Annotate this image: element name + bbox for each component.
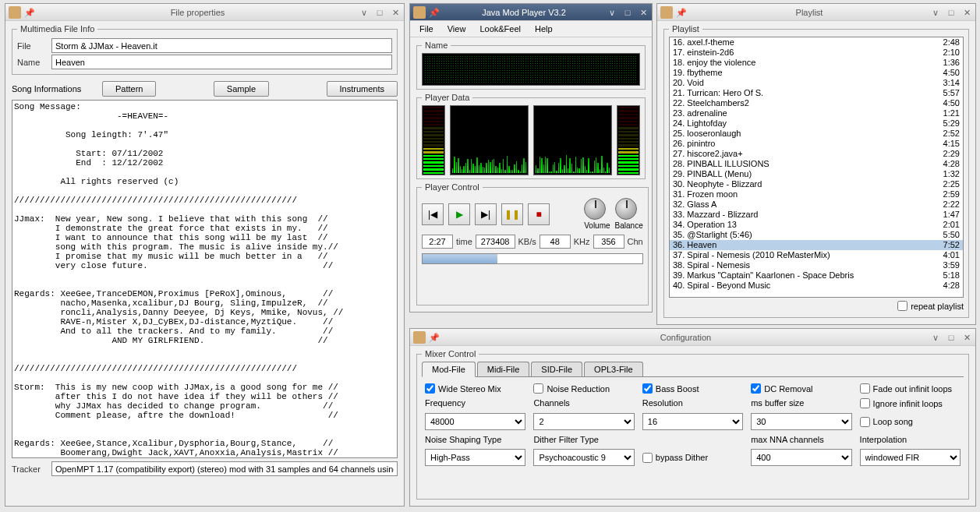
list-item[interactable]: 17. einstein-2d62:10 <box>670 48 963 58</box>
res-select[interactable]: 16 <box>642 413 743 430</box>
maximize-button[interactable]: □ <box>622 7 633 18</box>
name-field[interactable] <box>51 55 392 69</box>
name-fieldset: Name <box>416 41 646 90</box>
menu-file[interactable]: File <box>413 23 440 35</box>
widestereo-checkbox[interactable] <box>425 383 435 394</box>
list-item[interactable]: 31. Frozen moon2:59 <box>670 189 963 200</box>
tab-opl3[interactable]: OPL3-File <box>584 362 643 376</box>
play-button[interactable]: ▶ <box>448 203 470 225</box>
list-item[interactable]: 34. Operation 132:01 <box>670 220 963 230</box>
list-item[interactable]: 20. Void3:14 <box>670 78 963 88</box>
menu-help[interactable]: Help <box>529 23 559 35</box>
bypass-checkbox[interactable] <box>642 453 653 463</box>
list-item[interactable]: 26. pinintro4:15 <box>670 139 963 149</box>
noise-label: Noise Reduction <box>547 384 610 394</box>
nna-select[interactable]: 400 <box>751 449 851 466</box>
list-item[interactable]: 35. @Starlight (5:46)5:50 <box>670 230 963 240</box>
tracker-field[interactable] <box>51 461 398 476</box>
minimize-button[interactable]: ∨ <box>930 7 941 18</box>
file-label: File <box>17 41 47 51</box>
list-item[interactable]: 22. Steelchambers24:50 <box>670 98 963 108</box>
pin-icon[interactable]: 📌 <box>676 8 685 17</box>
list-item[interactable]: 27. hiscore2.java+2:29 <box>670 149 963 159</box>
song-message-text[interactable]: Song Message: -=HEAVEN=- Song leingth: 7… <box>12 100 398 458</box>
ignore-checkbox[interactable] <box>860 398 870 408</box>
prev-button[interactable]: |◀ <box>422 203 444 225</box>
list-item[interactable]: 25. looseronlaugh2:52 <box>670 129 963 139</box>
list-item[interactable]: 21. Turrican: Hero Of S.5:57 <box>670 88 963 98</box>
item-name: 27. hiscore2.java+ <box>673 149 937 159</box>
item-name: 21. Turrican: Hero Of S. <box>673 88 937 98</box>
mixer-fieldset: Mixer Control Mod-File Midi-File SID-Fil… <box>416 349 969 500</box>
balance-knob[interactable] <box>615 198 637 220</box>
next-button[interactable]: ▶| <box>475 203 497 225</box>
close-button[interactable]: ✕ <box>961 332 972 343</box>
list-item[interactable]: 39. Markus "Captain" Kaarlonen - Space D… <box>670 270 963 281</box>
multimedia-legend: Multimedia File Info <box>17 24 97 34</box>
menu-view[interactable]: View <box>441 23 472 35</box>
list-item[interactable]: 28. PINBALL ILLUSIONS4:28 <box>670 159 963 169</box>
close-button[interactable]: ✕ <box>638 7 649 18</box>
titlebar[interactable]: 📌 Java Mod Player V3.2 ∨ □ ✕ <box>410 4 652 21</box>
menu-lookfeel[interactable]: Look&Feel <box>473 23 527 35</box>
maximize-button[interactable]: □ <box>946 332 957 343</box>
pin-icon[interactable]: 📌 <box>429 8 438 17</box>
pause-button[interactable]: ❚❚ <box>501 203 523 225</box>
pin-icon[interactable]: 📌 <box>24 8 34 17</box>
volume-knob[interactable] <box>584 198 606 220</box>
tab-mod[interactable]: Mod-File <box>422 362 476 377</box>
progress-bar[interactable] <box>422 253 643 264</box>
list-item[interactable]: 32. Glass A2:22 <box>670 200 963 210</box>
window-title: Configuration <box>441 333 930 342</box>
noise-checkbox[interactable] <box>533 383 543 394</box>
close-button[interactable]: ✕ <box>961 7 972 18</box>
list-item[interactable]: 16. axel.f-theme2:48 <box>670 37 963 48</box>
freq-select[interactable]: 48000 <box>425 413 525 430</box>
app-icon <box>660 6 673 19</box>
list-item[interactable]: 29. PINBALL (Menu)1:32 <box>670 169 963 179</box>
titlebar[interactable]: 📌 Configuration ∨ □ ✕ <box>410 329 975 346</box>
list-item[interactable]: 18. enjoy the violence1:36 <box>670 58 963 68</box>
tab-midi[interactable]: Midi-File <box>477 362 530 376</box>
list-item[interactable]: 40. Spiral - Beyond Music4:28 <box>670 281 963 291</box>
maximize-button[interactable]: □ <box>374 7 385 18</box>
dc-checkbox[interactable] <box>751 383 761 394</box>
channels-select[interactable]: 2 <box>533 413 634 430</box>
file-field[interactable] <box>51 38 392 53</box>
list-item[interactable]: 33. Mazzard - Blizzard1:47 <box>670 210 963 220</box>
fadeout-checkbox[interactable] <box>860 383 870 394</box>
sample-button[interactable]: Sample <box>214 81 269 97</box>
list-item[interactable]: 24. Lightofday5:29 <box>670 118 963 129</box>
list-item[interactable]: 19. fbytheme4:50 <box>670 68 963 78</box>
playlist-window: 📌 Playlist ∨ □ ✕ Playlist 16. axel.f-the… <box>656 3 976 325</box>
playlist-list[interactable]: 16. axel.f-theme2:4817. einstein-2d62:10… <box>669 37 964 298</box>
pattern-button[interactable]: Pattern <box>102 81 156 97</box>
titlebar[interactable]: 📌 File properties ∨ □ ✕ <box>5 4 404 21</box>
minimize-button[interactable]: ∨ <box>359 7 370 18</box>
interp-select[interactable]: windowed FIR <box>860 449 961 466</box>
buffer-select[interactable]: 30 <box>751 413 851 430</box>
list-item[interactable]: 37. Spiral - Nemesis (2010 ReMasterMix)4… <box>670 250 963 260</box>
item-time: 2:22 <box>943 200 960 210</box>
bass-checkbox[interactable] <box>642 383 653 394</box>
stop-button[interactable]: ■ <box>528 203 550 225</box>
noiseshape-select[interactable]: High-Pass <box>425 449 525 466</box>
minimize-button[interactable]: ∨ <box>930 332 941 343</box>
pin-icon[interactable]: 📌 <box>429 333 438 342</box>
item-time: 1:36 <box>943 58 960 68</box>
maximize-button[interactable]: □ <box>946 7 957 18</box>
list-item[interactable]: 23. adrenaline1:21 <box>670 108 963 118</box>
loop-checkbox[interactable] <box>860 417 870 427</box>
dither-select[interactable]: Psychoacoustic 9 <box>533 449 634 466</box>
item-time: 4:28 <box>943 281 960 291</box>
instruments-button[interactable]: Instruments <box>327 81 398 97</box>
minimize-button[interactable]: ∨ <box>607 7 617 18</box>
item-name: 34. Operation 13 <box>673 220 937 230</box>
titlebar[interactable]: 📌 Playlist ∨ □ ✕ <box>657 4 975 21</box>
list-item[interactable]: 38. Spiral - Nemesis3:59 <box>670 260 963 270</box>
list-item[interactable]: 30. Neophyte - Blizzard2:25 <box>670 179 963 189</box>
close-button[interactable]: ✕ <box>390 7 401 18</box>
list-item[interactable]: 36. Heaven7:52 <box>670 240 963 250</box>
tab-sid[interactable]: SID-File <box>531 362 582 376</box>
repeat-checkbox[interactable] <box>897 301 907 311</box>
